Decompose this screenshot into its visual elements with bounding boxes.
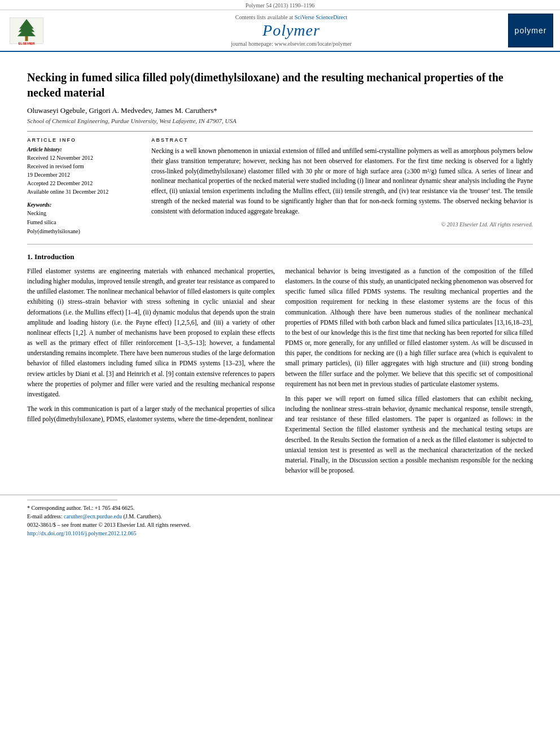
keyword-0: Necking (27, 209, 140, 218)
intro-para-right-1: In this paper we will report on fumed si… (285, 394, 533, 475)
body-right-col: mechanical behavior is being investigate… (285, 266, 533, 480)
contents-prefix: Contents lists available at (235, 14, 293, 20)
introduction-section: 1. Introduction Filled elastomer systems… (27, 252, 533, 480)
keywords-section: Keywords: Necking Fumed silica Poly(dime… (27, 202, 140, 236)
polymer-badge: polymer (508, 14, 553, 47)
sciverse-line: Contents lists available at SciVerse Sci… (86, 14, 497, 20)
article-info-abstract: ARTICLE INFO Article history: Received 1… (27, 131, 533, 236)
footer: * Corresponding author. Tel.: +1 765 494… (0, 495, 560, 542)
section-divider (27, 244, 533, 244)
corresponding-author: * Corresponding author. Tel.: +1 765 494… (27, 504, 533, 512)
issn-line: 0032-3861/$ – see front matter © 2013 El… (27, 521, 533, 529)
abstract-text: Necking is a well known phenomenon in un… (151, 146, 533, 217)
affiliation: School of Chemical Engineering, Purdue U… (27, 117, 533, 124)
email-name: (J.M. Caruthers). (124, 513, 162, 519)
intro-para-right-0: mechanical behavior is being investigate… (285, 266, 533, 389)
article-title: Necking in fumed silica filled poly(dime… (27, 70, 533, 101)
journal-header: ELSEVIER Contents lists available at Sci… (0, 10, 560, 52)
copyright: © 2013 Elsevier Ltd. All rights reserved… (151, 221, 533, 228)
intro-para-1: The work in this communication is part o… (27, 404, 275, 424)
email-address[interactable]: caruther@ecn.purdue.edu (64, 513, 122, 519)
abstract-col: ABSTRACT Necking is a well known phenome… (151, 137, 533, 236)
authors: Oluwaseyi Ogebule, Grigori A. Medvedev, … (27, 106, 533, 115)
journal-name: Polymer (86, 21, 497, 40)
email-line: E-mail address: caruther@ecn.purdue.edu … (27, 512, 533, 521)
body-two-col: Filled elastomer systems are engineering… (27, 266, 533, 480)
keyword-1: Fumed silica (27, 218, 140, 227)
svg-text:ELSEVIER: ELSEVIER (18, 42, 35, 45)
history-label: Article history: (27, 146, 140, 152)
abstract-label: ABSTRACT (151, 137, 533, 143)
elsevier-logo: ELSEVIER (7, 15, 46, 46)
homepage-url: www.elsevier.com/locate/polymer (274, 41, 352, 47)
sciverse-link[interactable]: SciVerse ScienceDirect (295, 14, 348, 20)
journal-reference: Polymer 54 (2013) 1190–1196 (246, 2, 314, 8)
journal-center: Contents lists available at SciVerse Sci… (86, 14, 497, 47)
history-item-3: Accepted 22 December 2012 (27, 179, 140, 187)
history-item-0: Received 12 November 2012 (27, 154, 140, 162)
article-info-label: ARTICLE INFO (27, 137, 140, 143)
intro-para-0: Filled elastomer systems are engineering… (27, 266, 275, 399)
journal-ref-bar: Polymer 54 (2013) 1190–1196 (0, 0, 560, 10)
doi-link[interactable]: http://dx.doi.org/10.1016/j.polymer.2012… (27, 530, 136, 536)
article-history: Article history: Received 12 November 20… (27, 146, 140, 196)
journal-homepage: journal homepage: www.elsevier.com/locat… (86, 41, 497, 47)
article-info-col: ARTICLE INFO Article history: Received 1… (27, 137, 140, 236)
body-left-col: Filled elastomer systems are engineering… (27, 266, 275, 480)
history-item-4: Available online 31 December 2012 (27, 187, 140, 196)
keyword-2: Poly(dimethylsiloxane) (27, 227, 140, 236)
doi-line: http://dx.doi.org/10.1016/j.polymer.2012… (27, 529, 533, 538)
keywords-label: Keywords: (27, 202, 140, 208)
elsevier-logo-area: ELSEVIER (7, 15, 86, 46)
history-item-1: Received in revised form (27, 162, 140, 171)
history-item-2: 19 December 2012 (27, 171, 140, 179)
polymer-badge-area: polymer (497, 14, 553, 47)
footnote-divider (27, 500, 117, 500)
introduction-heading: 1. Introduction (27, 252, 533, 261)
elsevier-tree-icon: ELSEVIER (7, 15, 46, 46)
article-content: Necking in fumed silica filled poly(dime… (0, 52, 560, 489)
